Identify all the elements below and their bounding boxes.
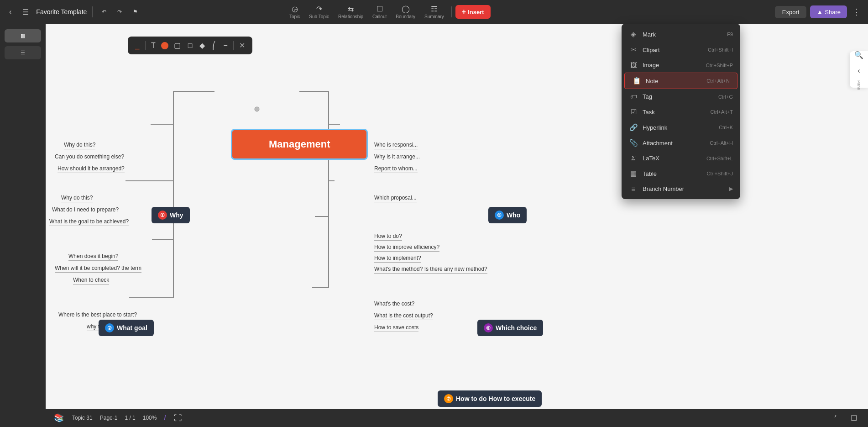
how-to-leaf-2: How to improve efficiency?	[374, 244, 439, 252]
toolbar-left: ‹ ☰ Favorite Template ↶ ↷ ⚑	[5, 6, 141, 18]
summary-button[interactable]: ☶ Summary	[421, 3, 448, 21]
save-button[interactable]: ⚑	[129, 7, 141, 17]
hyperlink-icon: 🔗	[629, 123, 638, 132]
who-leaf-1: Who is responsi...	[374, 142, 418, 149]
ft-rect-btn[interactable]: ▢	[172, 39, 183, 52]
who-node[interactable]: ⑤ Who	[488, 207, 527, 223]
clipart-label: Clipart	[643, 47, 660, 53]
zoom-logo: /	[164, 414, 166, 422]
what-goal-node[interactable]: ② What goal	[99, 320, 154, 336]
menu-note[interactable]: 📋 Note Ctrl+Alt+N	[624, 73, 737, 89]
hyperlink-label: Hyperlink	[643, 124, 667, 131]
undo-button[interactable]: ↶	[98, 7, 110, 17]
ft-text-btn[interactable]: T	[149, 40, 157, 52]
callout-button[interactable]: ☐ Callout	[369, 3, 390, 21]
which-num: ⑥	[484, 323, 493, 332]
what-goal-leaf-2: What do I need to prepare?	[52, 206, 119, 214]
ft-minus-btn[interactable]: −	[221, 40, 229, 52]
menu-clipart[interactable]: ✂ Clipart Ctrl+Shift+I	[622, 42, 740, 58]
panel-view-btn[interactable]: ▩	[5, 29, 41, 42]
fullscreen-btn[interactable]: ⛶	[173, 412, 183, 424]
latex-label: LaTeX	[643, 155, 659, 162]
menu-task[interactable]: ☑ Task Ctrl+Alt+T	[622, 104, 740, 120]
why-node[interactable]: ① Why	[152, 207, 190, 223]
top-toolbar: ‹ ☰ Favorite Template ↶ ↷ ⚑ ◶ Topic ↷ Su…	[0, 0, 868, 24]
ft-close-btn[interactable]: ✕	[237, 39, 247, 52]
who-label: Who	[507, 211, 520, 219]
ft-highlight-btn[interactable]: ⎯	[133, 40, 141, 52]
bottom-tool-btn-2[interactable]: ☐	[847, 412, 861, 424]
menu-mark[interactable]: ◈ Mark F9	[622, 26, 740, 42]
why-num: ①	[158, 211, 167, 220]
back-button[interactable]: ‹	[5, 6, 15, 18]
svg-point-18	[255, 107, 259, 111]
central-node[interactable]: Management	[231, 129, 368, 160]
ft-square-btn[interactable]: □	[186, 40, 194, 52]
tag-icon: 🏷	[629, 93, 638, 100]
topic-count: Topic 31	[72, 415, 93, 421]
float-toolbar: ⎯ T ▢ □ ◆ ⎛ − ✕	[128, 37, 252, 54]
page-num: 1 / 1	[125, 415, 135, 421]
menu-image[interactable]: 🖼 Image Ctrl+Shift+P	[622, 58, 740, 73]
menu-icon: ☰	[22, 8, 29, 16]
toolbar-right: Export ▲ Share ⋮	[775, 5, 863, 19]
how-to-leaf-3: How to implement?	[374, 255, 421, 263]
budget-leaf-3: How to save costs	[374, 324, 418, 332]
attachment-label: Attachment	[643, 140, 673, 147]
topic-button[interactable]: ◶ Topic	[286, 3, 303, 21]
insert-button[interactable]: + Insert	[455, 5, 491, 19]
insert-dropdown: ◈ Mark F9 ✂ Clipart Ctrl+Shift+I 🖼 Image…	[622, 24, 740, 199]
bottom-right: ⎖ ☐	[830, 412, 861, 424]
relationship-icon: ⇆	[348, 5, 354, 13]
redo-button[interactable]: ↷	[114, 7, 125, 17]
mark-icon: ◈	[629, 30, 638, 38]
subtopic-button[interactable]: ↷ Sub Topic	[305, 3, 333, 21]
menu-branch-number[interactable]: ≡ Branch Number ▶	[622, 181, 740, 196]
boundary-button[interactable]: ◯ Boundary	[392, 3, 419, 21]
which-label: Which choice	[496, 324, 537, 332]
right-panel-toggle[interactable]: 🔍 ‹ Pane	[850, 51, 868, 88]
subtopic-icon: ↷	[316, 5, 322, 13]
menu-table[interactable]: ▦ Table Ctrl+Shift+J	[622, 166, 740, 181]
task-icon: ☑	[629, 108, 638, 116]
branch-number-icon: ≡	[629, 185, 638, 193]
bottom-bar: 📚 Topic 31 Page-1 1 / 1 100% / ⛶ ⎖ ☐	[46, 409, 868, 427]
image-shortcut: Ctrl+Shift+P	[706, 63, 733, 68]
panel-list-btn[interactable]: ☰	[5, 46, 41, 59]
search-icon-btn[interactable]: 🔍	[852, 49, 865, 61]
how-to-leaf-4: What's the method? Is there any new meth…	[374, 266, 487, 274]
ft-crop-btn[interactable]: ⎛	[210, 39, 218, 52]
table-label: Table	[643, 170, 657, 177]
menu-hyperlink[interactable]: 🔗 Hyperlink Ctrl+K	[622, 120, 740, 135]
why-leaf-1: Why do this?	[64, 142, 95, 149]
how-to-node[interactable]: ⑦ How to do How to execute	[438, 390, 542, 407]
menu-tag[interactable]: 🏷 Tag Ctrl+G	[622, 89, 740, 104]
pane-toggle-btn[interactable]: ‹	[856, 65, 862, 77]
divider-1	[92, 6, 93, 17]
relationship-button[interactable]: ⇆ Relationship	[335, 3, 367, 21]
grid-button[interactable]: ⋮	[851, 5, 863, 19]
how-to-num: ⑦	[444, 394, 453, 403]
topic-label: Topic	[289, 14, 300, 19]
toolbar-center: ◶ Topic ↷ Sub Topic ⇆ Relationship ☐ Cal…	[286, 3, 491, 21]
menu-button[interactable]: ☰	[19, 6, 32, 18]
what-goal-num: ②	[105, 323, 114, 332]
callout-label: Callout	[372, 14, 387, 19]
ft-color-indicator	[161, 42, 168, 49]
ft-connect-btn[interactable]: ◆	[198, 39, 207, 52]
divider-2	[451, 6, 452, 17]
menu-attachment[interactable]: 📎 Attachment Ctrl+Alt+H	[622, 135, 740, 151]
canvas: ⎯ T ▢ □ ◆ ⎛ − ✕	[46, 24, 868, 427]
menu-latex[interactable]: Σ LaTeX Ctrl+Shift+L	[622, 151, 740, 166]
boundary-label: Boundary	[396, 14, 415, 19]
bottom-book-btn[interactable]: 📚	[53, 412, 65, 424]
ft-sep-1	[145, 41, 146, 50]
mark-shortcut: F9	[727, 32, 733, 37]
insert-label: Insert	[468, 9, 484, 16]
which-choice-node[interactable]: ⑥ Which choice	[477, 320, 543, 336]
where-leaf-1: Where is the best place to start?	[58, 311, 137, 319]
bottom-tool-btn-1[interactable]: ⎖	[830, 412, 842, 424]
share-button[interactable]: ▲ Share	[810, 5, 847, 18]
export-button[interactable]: Export	[775, 6, 807, 18]
why-label: Why	[170, 211, 183, 219]
